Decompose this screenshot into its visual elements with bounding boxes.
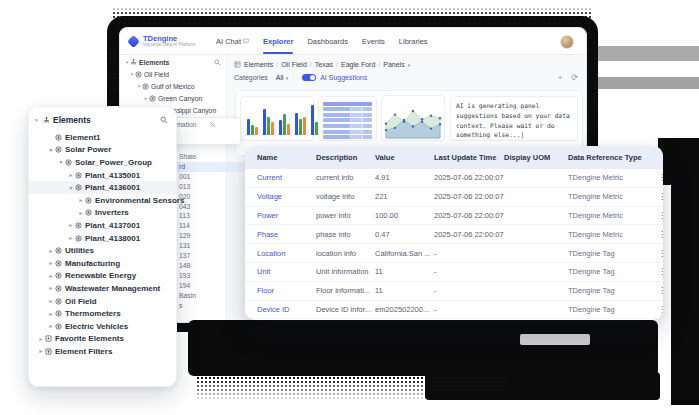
table-row-device-id[interactable]: Device IDDevice ID infor...em202502200..… xyxy=(245,301,663,320)
caret-right-icon[interactable]: ▸ xyxy=(47,273,55,279)
bar-orange xyxy=(287,124,290,135)
name-cell[interactable]: Current xyxy=(257,173,316,182)
tree-item-environmental-sensors[interactable]: ▸Environmental Sensors xyxy=(29,194,176,207)
tree-item-plant-4137001[interactable]: ▸Plant_4137001 xyxy=(29,219,176,232)
name-cell[interactable]: Location xyxy=(257,249,316,258)
tree-item-plant-4136001[interactable]: ▾Plant_4136001 xyxy=(29,181,176,194)
area-chart-thumbnail[interactable] xyxy=(381,95,445,141)
name-cell[interactable]: Voltage xyxy=(257,192,316,201)
element-icon xyxy=(135,71,142,78)
table-chart-thumbnail[interactable] xyxy=(318,96,377,141)
refresh-button[interactable]: ⟳ xyxy=(571,73,578,82)
tab-dashboards[interactable]: Dashboards xyxy=(307,37,347,46)
caret-right-icon[interactable]: ▸ xyxy=(47,323,55,329)
breadcrumb-item-oil-field[interactable]: Oil Field xyxy=(281,61,307,68)
table-row-voltage[interactable]: Voltagevoltage info2212025-07-06 22:00:0… xyxy=(245,188,663,207)
user-avatar[interactable] xyxy=(560,35,574,49)
table-row-phase[interactable]: Phasephase info0.472025-07-06 22:00:07TD… xyxy=(245,225,663,244)
type-cell: TDengine Metric xyxy=(568,192,652,201)
caret-right-icon[interactable]: ▸ xyxy=(67,235,75,241)
breadcrumb-item-eagle-ford[interactable]: Eagle Ford xyxy=(341,61,375,68)
brand-logo[interactable]: TDengine Industrial Data AI Platform xyxy=(128,35,195,48)
tree-item-thermometers[interactable]: ▸Thermometers xyxy=(29,307,176,320)
tree-item-solar-power-group[interactable]: ▾Solar_Power_Group xyxy=(29,156,176,169)
decor-gray-strip xyxy=(520,334,590,345)
category-select[interactable]: All ▾ xyxy=(276,74,288,81)
row-menu-kebab-icon[interactable]: ⋮ xyxy=(652,286,663,295)
ai-suggestions-toggle[interactable] xyxy=(302,74,316,81)
tab-ai-chat[interactable]: AI Chat xyxy=(216,37,249,46)
elements-tree-header[interactable]: ▾ Elements xyxy=(29,107,176,131)
tree-item-plant-4138001[interactable]: ▸Plant_4138001 xyxy=(29,232,176,245)
row-menu-kebab-icon[interactable]: ⋮ xyxy=(652,230,663,239)
tree-item-manufacturing[interactable]: ▸Manufacturing xyxy=(29,257,176,270)
row-menu-kebab-icon[interactable]: ⋮ xyxy=(652,211,663,220)
back-tree-item-gulf-of-mexico[interactable]: ▾Gulf of Mexico xyxy=(120,81,226,91)
breadcrumb-item-texas[interactable]: Texas xyxy=(315,61,333,68)
back-tree-item-green-canyon[interactable]: ▸Green Canyon xyxy=(120,93,226,103)
caret-down-icon[interactable]: ▾ xyxy=(57,159,65,165)
caret-right-icon[interactable]: ▸ xyxy=(77,197,85,203)
bar-chart-thumbnail[interactable] xyxy=(240,96,314,141)
back-sidebar-header[interactable]: ▾ Elements xyxy=(120,57,226,67)
table-row-floor[interactable]: FloorFloor informati...11-TDengine Tag⋮ xyxy=(245,282,663,301)
back-tree-item-oil-field[interactable]: ▾Oil Field xyxy=(120,69,226,79)
caret-right-icon[interactable]: ▸ xyxy=(67,222,75,228)
column-header-display-uom: Display UOM xyxy=(504,153,568,162)
row-menu-kebab-icon[interactable]: ⋮ xyxy=(652,249,663,258)
bar-blue xyxy=(279,120,282,135)
caret-right-icon[interactable]: ▸ xyxy=(47,260,55,266)
caret-right-icon[interactable]: ▸ xyxy=(47,248,55,254)
search-icon[interactable] xyxy=(214,59,221,66)
tab-events[interactable]: Events xyxy=(362,37,385,46)
breadcrumb-item-panels[interactable]: Panels xyxy=(383,61,404,68)
caret-right-icon[interactable]: ▸ xyxy=(37,336,45,342)
caret-right-icon[interactable]: ▸ xyxy=(47,298,55,304)
tab-libraries[interactable]: Libraries xyxy=(399,37,428,46)
table-row-power[interactable]: Powerpower info100.002025-07-06 22:00:07… xyxy=(245,207,663,226)
table-row-current[interactable]: Currentcurrent info4.912025-07-06 22:00:… xyxy=(245,169,663,188)
name-cell[interactable]: Phase xyxy=(257,230,316,239)
name-cell[interactable]: Floor xyxy=(257,286,316,295)
tree-item-oil-field[interactable]: ▸Oil Field xyxy=(29,295,176,308)
caret-right-icon[interactable]: ▸ xyxy=(67,172,75,178)
tab-explorer[interactable]: Explorer xyxy=(263,37,293,46)
tree-item-element-filters[interactable]: ▸Element Filters xyxy=(29,345,176,358)
occluded-tree-fragment: 043 xyxy=(179,202,225,212)
tree-item-label: Element1 xyxy=(65,133,101,142)
caret-down-icon[interactable]: ▾ xyxy=(67,185,75,191)
name-cell[interactable]: Power xyxy=(257,211,316,220)
tree-item-element1[interactable]: Element1 xyxy=(29,131,176,144)
add-panel-button[interactable]: + xyxy=(558,73,563,82)
breadcrumb-item-elements[interactable]: Elements xyxy=(244,61,273,68)
name-cell[interactable]: Device ID xyxy=(257,305,316,314)
tree-item-renewable-energy[interactable]: ▸Renewable Energy xyxy=(29,270,176,283)
row-menu-kebab-icon[interactable]: ⋮ xyxy=(652,305,663,314)
tree-item-electric-vehicles[interactable]: ▸Electric Vehicles xyxy=(29,320,176,333)
name-cell[interactable]: Unit xyxy=(257,267,316,276)
tree-item-solar-power[interactable]: ▾Solar Power xyxy=(29,144,176,157)
row-menu-kebab-icon[interactable]: ⋮ xyxy=(652,267,663,276)
tree-item-favorite-elements[interactable]: ▸Favorite Elements xyxy=(29,333,176,346)
element-icon xyxy=(65,159,72,166)
element-icon xyxy=(55,310,62,317)
tree-item-wastewater-management[interactable]: ▸Wastewater Management xyxy=(29,282,176,295)
bar-group xyxy=(247,119,258,135)
caret-right-icon[interactable]: ▸ xyxy=(47,285,55,291)
tree-item-inverters[interactable]: ▸Inverters xyxy=(29,207,176,220)
description-cell: voltage info xyxy=(316,192,375,201)
table-row-unit[interactable]: UnitUnit information11-TDengine Tag⋮ xyxy=(245,263,663,282)
search-icon[interactable] xyxy=(160,116,168,124)
value-cell: em202502200... xyxy=(375,305,434,314)
caret-down-icon[interactable]: ▾ xyxy=(47,147,55,153)
bar-blue xyxy=(311,105,314,135)
caret-right-icon[interactable]: ▸ xyxy=(77,210,85,216)
tree-item-utilities[interactable]: ▸Utilities xyxy=(29,244,176,257)
chevron-down-icon[interactable]: ▾ xyxy=(408,62,411,68)
row-menu-kebab-icon[interactable]: ⋮ xyxy=(652,173,663,182)
tree-item-plant-4135001[interactable]: ▸Plant_4135001 xyxy=(29,169,176,182)
caret-right-icon[interactable]: ▸ xyxy=(47,311,55,317)
caret-right-icon[interactable]: ▸ xyxy=(37,348,45,354)
row-menu-kebab-icon[interactable]: ⋮ xyxy=(652,192,663,201)
table-row-location[interactable]: Locationlocation infoCalifornia.San ...-… xyxy=(245,244,663,263)
